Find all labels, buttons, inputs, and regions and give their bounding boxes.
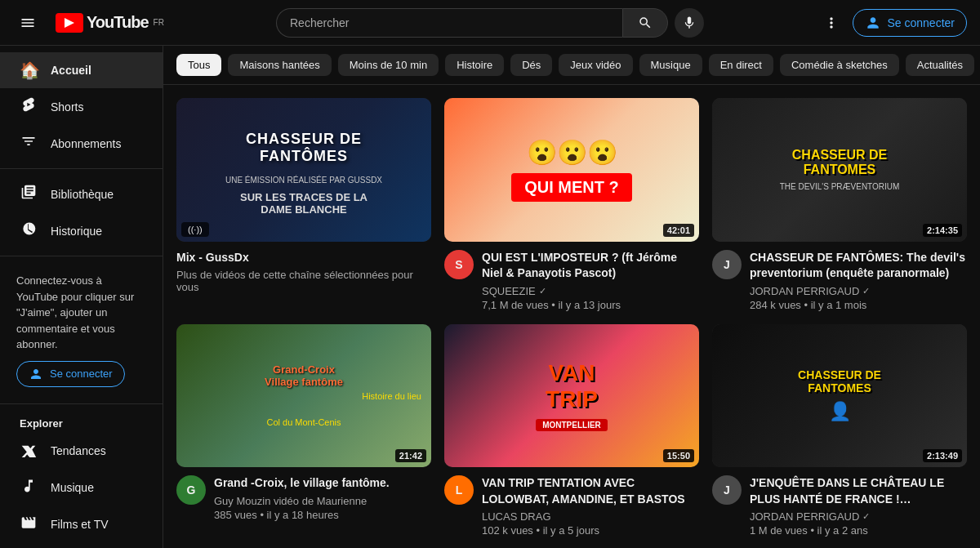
thumb-faces-v2: 😮😮😮 — [527, 138, 617, 167]
thumb-text-v5: VANTRIP — [546, 360, 598, 412]
chip-endirect[interactable]: En direct — [709, 54, 773, 76]
sidebar-item-historique[interactable]: Historique — [0, 212, 163, 249]
video-details-v5: VAN TRIP TENTATION AVEC LOLOWBAT, AMANDI… — [482, 475, 699, 537]
thumbnail-v3: CHASSEUR DEFANTOMES THE DEVIL'S PRÆVENTO… — [712, 98, 967, 242]
thumb-overlay-v2: 😮😮😮 QUI MENT ? — [444, 98, 699, 242]
header: YouTubeFR Se connecter — [0, 0, 980, 46]
thumb-overlay-v1: CHASSEUR DEFANTÔMES UNE ÉMISSION RÉALISÉ… — [176, 98, 431, 242]
avatar-v4: G — [176, 475, 206, 505]
sidebar-item-tendances[interactable]: Tendances — [0, 433, 163, 470]
video-card-v4[interactable]: Grand-CroixVillage fantôme Histoire du l… — [176, 324, 431, 537]
thumb-overlay-v6: CHASSEUR DEFANTOMES 👤 — [712, 324, 967, 468]
video-card-v2[interactable]: 😮😮😮 QUI MENT ? 42:01 S QUI EST L'IMPOSTE… — [444, 98, 699, 311]
chip-tous[interactable]: Tous — [176, 54, 221, 76]
sidebar-item-direct[interactable]: Direct — [0, 543, 163, 549]
chip-jeux[interactable]: Jeux vidéo — [559, 54, 632, 76]
sidebar-item-musique[interactable]: Musique — [0, 470, 163, 506]
search-button[interactable] — [622, 8, 668, 38]
thumbnail-bg-v3: CHASSEUR DEFANTOMES THE DEVIL'S PRÆVENTO… — [712, 98, 967, 242]
thumb-location-v5: MONTPELLIER — [536, 419, 608, 431]
sidebar-divider-1 — [0, 168, 163, 169]
signin-prompt-button[interactable]: Se connecter — [16, 361, 125, 387]
search-input[interactable] — [276, 8, 622, 38]
video-card-v6[interactable]: CHASSEUR DEFANTOMES 👤 2:13:49 J J'ENQUÊT… — [712, 324, 967, 537]
thumbnail-bg-v5: VANTRIP MONTPELLIER — [444, 324, 699, 468]
sidebar-item-bibliotheque[interactable]: Bibliothèque — [0, 176, 163, 212]
video-title-v2: QUI EST L'IMPOSTEUR ? (ft Jérôme Niel & … — [482, 250, 699, 282]
thumb-face-v6: 👤 — [829, 401, 851, 422]
chip-comedie[interactable]: Comédie à sketches — [780, 54, 899, 76]
films-icon — [20, 515, 38, 535]
thumbnail-v2: 😮😮😮 QUI MENT ? 42:01 — [444, 98, 699, 242]
video-title-v3: CHASSEUR DE FANTÔMES: The devil's preven… — [750, 250, 967, 282]
thumbnail-v5: VANTRIP MONTPELLIER 15:50 — [444, 324, 699, 468]
mic-button[interactable] — [675, 8, 704, 38]
menu-button[interactable] — [13, 8, 42, 38]
verified-v3: ✓ — [862, 286, 870, 296]
avatar-v2: S — [444, 250, 474, 279]
signin-section: Connectez-vous à YouTube pour cliquer su… — [0, 263, 163, 397]
more-button[interactable] — [817, 8, 846, 38]
shorts-icon — [20, 96, 38, 117]
thumbnail-v4: Grand-CroixVillage fantôme Histoire du l… — [176, 324, 431, 468]
video-channel-v3: JORDAN PERRIGAUD ✓ — [750, 285, 967, 297]
signin-label: Se connecter — [888, 16, 956, 29]
video-meta-v5: 102 k vues • il y a 5 jours — [482, 524, 699, 537]
sidebar-label-bibliotheque: Bibliothèque — [51, 188, 114, 201]
duration-v6: 2:13:49 — [923, 449, 962, 462]
logo[interactable]: YouTubeFR — [56, 13, 164, 33]
video-info-v3: J CHASSEUR DE FANTÔMES: The devil's prev… — [712, 250, 967, 311]
video-details-v6: J'ENQUÊTE DANS LE CHÂTEAU LE PLUS HANTÉ … — [750, 475, 967, 537]
thumb-text-v1: CHASSEUR DEFANTÔMES — [239, 124, 368, 172]
chip-actualites[interactable]: Actualités — [906, 54, 974, 76]
duration-v2: 42:01 — [663, 224, 694, 237]
sidebar-item-shorts[interactable]: Shorts — [0, 88, 163, 125]
chip-moins10[interactable]: Moins de 10 min — [338, 54, 439, 76]
explorer-title: Explorer — [0, 411, 163, 433]
thumb-overlay-v3: CHASSEUR DEFANTOMES THE DEVIL'S PRÆVENTO… — [712, 98, 967, 242]
sidebar-divider-2 — [0, 256, 163, 256]
video-title-v4: Grand -Croix, le village fantôme. — [214, 475, 431, 492]
thumbnail-bg-v2: 😮😮😮 QUI MENT ? — [444, 98, 699, 242]
chip-musique[interactable]: Musique — [639, 54, 702, 76]
sidebar-divider-3 — [0, 403, 163, 404]
history-icon — [20, 221, 38, 241]
library-icon — [20, 184, 38, 204]
chip-des[interactable]: Dés — [510, 54, 552, 76]
thumb-badge-v2: QUI MENT ? — [511, 173, 632, 202]
video-card-v1[interactable]: CHASSEUR DEFANTÔMES UNE ÉMISSION RÉALISÉ… — [176, 98, 431, 311]
video-info-v6: J J'ENQUÊTE DANS LE CHÂTEAU LE PLUS HANT… — [712, 475, 967, 537]
playlist-icon-v1: ((·)) — [188, 225, 203, 234]
signin-button[interactable]: Se connecter — [853, 9, 968, 37]
logo-text: YouTube — [87, 13, 149, 32]
duration-v4: 21:42 — [395, 449, 426, 462]
chip-histoire[interactable]: Histoire — [445, 54, 504, 76]
trending-icon — [20, 441, 38, 461]
thumb-overlay-v5: VANTRIP MONTPELLIER — [444, 324, 699, 468]
thumb-overlay-v4: Grand-CroixVillage fantôme Histoire du l… — [176, 324, 431, 468]
thumbnail-v1: CHASSEUR DEFANTÔMES UNE ÉMISSION RÉALISÉ… — [176, 98, 431, 242]
video-grid: CHASSEUR DEFANTÔMES UNE ÉMISSION RÉALISÉ… — [163, 85, 980, 548]
header-right: Se connecter — [804, 8, 967, 38]
sidebar-item-abonnements[interactable]: Abonnements — [0, 125, 163, 162]
sidebar-label-shorts: Shorts — [51, 100, 83, 114]
sidebar-item-accueil[interactable]: 🏠 Accueil — [0, 52, 163, 88]
video-card-v3[interactable]: CHASSEUR DEFANTOMES THE DEVIL'S PRÆVENTO… — [712, 98, 967, 311]
thumb-text-v4: Grand-CroixVillage fantôme — [265, 363, 343, 388]
sidebar-label-historique: Historique — [51, 225, 102, 238]
thumb-sub-v1: UNE ÉMISSION RÉALISÉE PAR GUSSDX — [225, 176, 382, 185]
video-details-v3: CHASSEUR DE FANTÔMES: The devil's preven… — [750, 250, 967, 311]
video-meta-v2: 7,1 M de vues • il y a 13 jours — [482, 299, 699, 311]
header-center — [176, 8, 804, 38]
duration-v5: 15:50 — [663, 449, 694, 462]
thumb-sub-v3: THE DEVIL'S PRÆVENTORIUM — [780, 182, 900, 191]
video-meta-v3: 284 k vues • il y a 1 mois — [750, 299, 967, 311]
chip-maisons[interactable]: Maisons hantées — [228, 54, 331, 76]
sidebar-item-films[interactable]: Films et TV — [0, 506, 163, 543]
verified-v6: ✓ — [862, 511, 870, 522]
main-container: 🏠 Accueil Shorts Abonnements Bibliothèqu… — [0, 46, 980, 548]
avatar-v5: L — [444, 475, 474, 505]
signin-prompt-label: Se connecter — [50, 368, 113, 380]
video-card-v5[interactable]: VANTRIP MONTPELLIER 15:50 L VAN TRIP TEN… — [444, 324, 699, 537]
playlist-badge-v1: ((·)) — [181, 222, 209, 237]
